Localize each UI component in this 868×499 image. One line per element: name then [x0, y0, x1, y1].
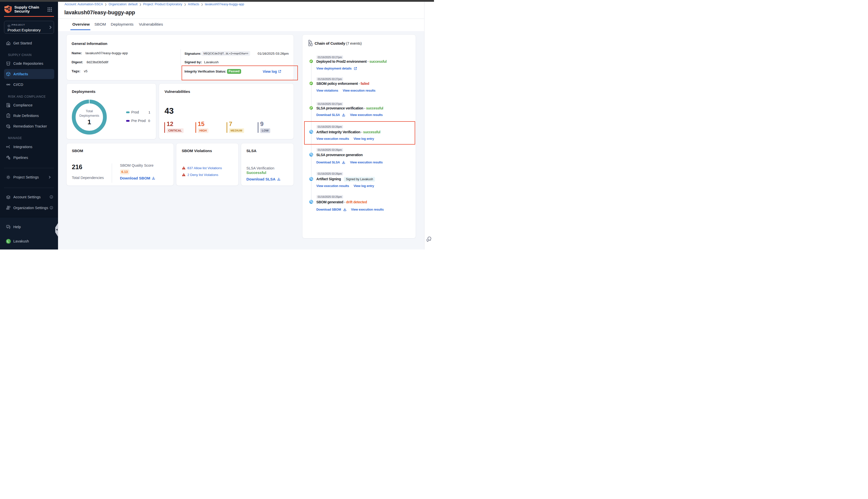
- svg-text:?: ?: [8, 225, 9, 228]
